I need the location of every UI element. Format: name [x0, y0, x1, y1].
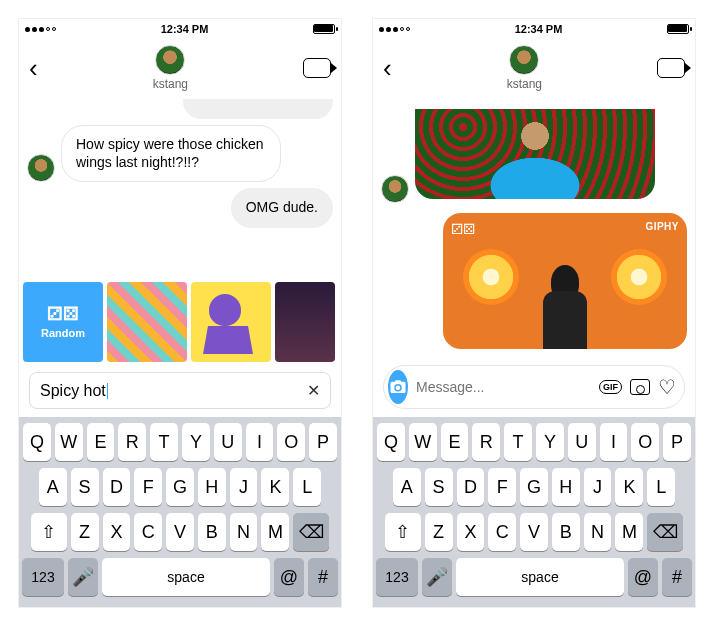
key-x[interactable]: X	[457, 513, 485, 551]
key-u[interactable]: U	[568, 423, 596, 461]
camera-icon	[389, 378, 407, 396]
key-n[interactable]: N	[584, 513, 612, 551]
numbers-key[interactable]: 123	[376, 558, 418, 596]
chat-header: ‹ kstang	[373, 39, 695, 95]
key-j[interactable]: J	[230, 468, 258, 506]
key-l[interactable]: L	[647, 468, 675, 506]
gif-results-strip[interactable]: ⚂⚄ Random	[19, 278, 341, 366]
key-h[interactable]: H	[198, 468, 226, 506]
chat-thread[interactable]: How spicy were those chicken wings last …	[19, 95, 341, 278]
space-key[interactable]: space	[456, 558, 624, 596]
key-s[interactable]: S	[71, 468, 99, 506]
hash-key[interactable]: #	[662, 558, 692, 596]
back-chevron-icon[interactable]: ‹	[29, 53, 38, 84]
gallery-button[interactable]	[630, 375, 650, 399]
key-b[interactable]: B	[552, 513, 580, 551]
key-i[interactable]: I	[600, 423, 628, 461]
key-r[interactable]: R	[472, 423, 500, 461]
key-o[interactable]: O	[631, 423, 659, 461]
hash-key[interactable]: #	[308, 558, 338, 596]
key-p[interactable]: P	[309, 423, 337, 461]
key-k[interactable]: K	[615, 468, 643, 506]
backspace-key[interactable]: ⌫	[293, 513, 329, 551]
key-t[interactable]: T	[504, 423, 532, 461]
header-title[interactable]: kstang	[153, 45, 188, 91]
at-key[interactable]: @	[628, 558, 658, 596]
gif-search-bar[interactable]: Spicy hot ✕	[29, 372, 331, 409]
key-e[interactable]: E	[441, 423, 469, 461]
key-c[interactable]: C	[488, 513, 516, 551]
camera-button[interactable]	[388, 370, 408, 404]
key-b[interactable]: B	[198, 513, 226, 551]
key-z[interactable]: Z	[425, 513, 453, 551]
key-h[interactable]: H	[552, 468, 580, 506]
backspace-key[interactable]: ⌫	[647, 513, 683, 551]
key-d[interactable]: D	[457, 468, 485, 506]
dictation-key[interactable]: 🎤	[422, 558, 452, 596]
at-key[interactable]: @	[274, 558, 304, 596]
back-chevron-icon[interactable]: ‹	[383, 53, 392, 84]
key-w[interactable]: W	[55, 423, 83, 461]
dictation-key[interactable]: 🎤	[68, 558, 98, 596]
key-l[interactable]: L	[293, 468, 321, 506]
key-v[interactable]: V	[520, 513, 548, 551]
gif-button[interactable]: GIF	[599, 375, 622, 399]
key-s[interactable]: S	[425, 468, 453, 506]
message-bubble[interactable]: How spicy were those chicken wings last …	[61, 125, 281, 182]
message-input[interactable]	[416, 379, 591, 395]
key-x[interactable]: X	[103, 513, 131, 551]
key-j[interactable]: J	[584, 468, 612, 506]
header-title[interactable]: kstang	[507, 45, 542, 91]
clear-icon[interactable]: ✕	[307, 381, 320, 400]
avatar	[381, 175, 409, 203]
key-m[interactable]: M	[261, 513, 289, 551]
status-bar: 12:34 PM	[373, 19, 695, 39]
key-y[interactable]: Y	[182, 423, 210, 461]
key-i[interactable]: I	[246, 423, 274, 461]
compose-bar: GIF ♡	[383, 365, 685, 409]
message-text: OMG dude.	[246, 199, 318, 215]
key-p[interactable]: P	[663, 423, 691, 461]
key-a[interactable]: A	[393, 468, 421, 506]
dice-icon: ⚂⚄	[451, 221, 475, 237]
chat-thread[interactable]: ⚂⚄ GIPHY	[373, 95, 695, 359]
gif-tile[interactable]	[191, 282, 271, 362]
key-u[interactable]: U	[214, 423, 242, 461]
key-o[interactable]: O	[277, 423, 305, 461]
key-v[interactable]: V	[166, 513, 194, 551]
message-bubble[interactable]: OMG dude.	[231, 188, 333, 228]
video-call-icon[interactable]	[303, 58, 331, 78]
space-key[interactable]: space	[102, 558, 270, 596]
key-e[interactable]: E	[87, 423, 115, 461]
status-time: 12:34 PM	[161, 23, 209, 35]
key-a[interactable]: A	[39, 468, 67, 506]
gif-tile[interactable]	[275, 282, 335, 362]
prev-message-stub	[183, 99, 333, 119]
key-q[interactable]: Q	[23, 423, 51, 461]
key-q[interactable]: Q	[377, 423, 405, 461]
gif-message[interactable]: ⚂⚄ GIPHY	[443, 213, 687, 349]
video-call-icon[interactable]	[657, 58, 685, 78]
key-f[interactable]: F	[488, 468, 516, 506]
gif-search-input[interactable]	[108, 382, 307, 399]
like-button[interactable]: ♡	[658, 375, 676, 399]
key-g[interactable]: G	[166, 468, 194, 506]
key-z[interactable]: Z	[71, 513, 99, 551]
key-k[interactable]: K	[261, 468, 289, 506]
key-y[interactable]: Y	[536, 423, 564, 461]
numbers-key[interactable]: 123	[22, 558, 64, 596]
gif-tile[interactable]	[107, 282, 187, 362]
image-message[interactable]	[415, 109, 655, 199]
key-g[interactable]: G	[520, 468, 548, 506]
key-d[interactable]: D	[103, 468, 131, 506]
key-w[interactable]: W	[409, 423, 437, 461]
shift-key[interactable]: ⇧	[385, 513, 421, 551]
key-t[interactable]: T	[150, 423, 178, 461]
gif-tile-random[interactable]: ⚂⚄ Random	[23, 282, 103, 362]
key-r[interactable]: R	[118, 423, 146, 461]
key-n[interactable]: N	[230, 513, 258, 551]
key-f[interactable]: F	[134, 468, 162, 506]
shift-key[interactable]: ⇧	[31, 513, 67, 551]
key-m[interactable]: M	[615, 513, 643, 551]
key-c[interactable]: C	[134, 513, 162, 551]
